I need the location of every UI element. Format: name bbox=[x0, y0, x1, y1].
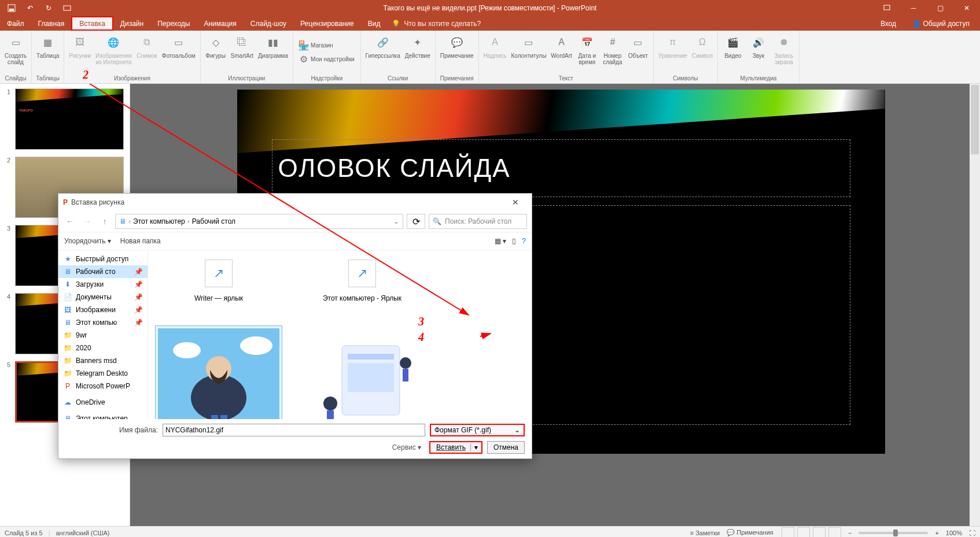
preview-pane-button[interactable]: ▯ bbox=[512, 237, 516, 245]
slideshow-view-button[interactable] bbox=[828, 527, 841, 538]
dialog-close-button[interactable]: ✕ bbox=[504, 194, 527, 210]
shapes-button[interactable]: ◇Фигуры bbox=[203, 32, 229, 60]
tree-folder-telegram[interactable]: 📁Telegram Deskto bbox=[58, 367, 148, 380]
tab-view[interactable]: Вид bbox=[361, 16, 388, 31]
pictures-button[interactable]: 🖼Рисунки bbox=[67, 32, 93, 60]
zoom-in-button[interactable]: + bbox=[935, 529, 938, 536]
new-folder-button[interactable]: Новая папка bbox=[120, 237, 161, 245]
wordart-button[interactable]: AWordArt bbox=[548, 32, 574, 60]
refresh-button[interactable]: ⟳ bbox=[407, 214, 425, 229]
sorter-view-button[interactable] bbox=[797, 527, 810, 538]
tree-msppt[interactable]: PMicrosoft PowerP bbox=[58, 380, 148, 392]
zoom-slider[interactable] bbox=[859, 532, 928, 534]
slide-number-button[interactable]: #Номер слайда bbox=[600, 32, 625, 66]
screen-recording-button[interactable]: ⏺Запись экрана bbox=[771, 32, 797, 66]
dialog-titlebar[interactable]: P Вставка рисунка ✕ bbox=[58, 194, 532, 211]
file-type-filter[interactable]: Формат GIF (*.gif) ⌄ bbox=[430, 424, 525, 436]
share-button[interactable]: 👤 Общий доступ bbox=[908, 20, 974, 28]
comment-button[interactable]: 💬Примечание bbox=[438, 32, 476, 60]
crumb-thispc[interactable]: Этот компьютер bbox=[133, 217, 185, 225]
tab-transitions[interactable]: Переходы bbox=[150, 16, 197, 31]
zoom-level[interactable]: 100% bbox=[946, 529, 962, 536]
undo-button[interactable]: ↶ bbox=[22, 1, 38, 15]
language-indicator[interactable]: английский (США) bbox=[56, 529, 110, 536]
file-item-writer[interactable]: ↗ Writer — ярлык bbox=[153, 255, 285, 302]
tab-home[interactable]: Главная bbox=[31, 16, 72, 31]
save-button[interactable] bbox=[3, 1, 20, 15]
fit-to-window-button[interactable]: ⛶ bbox=[969, 529, 975, 536]
insert-button[interactable]: Вставить ▾ bbox=[429, 441, 482, 454]
file-list[interactable]: ↗ Writer — ярлык ↗ Этот компьютер - Ярлы… bbox=[148, 250, 532, 419]
smartart-button[interactable]: ⿻SmartArt bbox=[229, 32, 256, 60]
file-item-gif2[interactable]: анализ.gif bbox=[296, 325, 428, 419]
search-box[interactable]: 🔍 Поиск: Рабочий стол bbox=[429, 214, 527, 229]
video-button[interactable]: 🎬Видео bbox=[720, 32, 746, 60]
folder-tree[interactable]: ★Быстрый доступ 🖥Рабочий сто📌 ⬇Загрузки📌… bbox=[58, 250, 148, 419]
reading-view-button[interactable] bbox=[813, 527, 826, 538]
minimize-button[interactable]: ─ bbox=[900, 0, 927, 16]
header-footer-button[interactable]: ▭Колонтитулы bbox=[509, 32, 548, 60]
title-placeholder[interactable]: ОЛОВОК СЛАЙДА bbox=[272, 139, 850, 197]
tree-folder-2020[interactable]: 📁2020 bbox=[58, 342, 148, 354]
table-button[interactable]: ▦Таблица bbox=[34, 32, 61, 60]
tell-me-search[interactable]: 💡 Что вы хотите сделать? bbox=[392, 16, 481, 31]
tab-review[interactable]: Рецензирование bbox=[293, 16, 361, 31]
maximize-button[interactable]: ▢ bbox=[927, 0, 953, 16]
hyperlink-button[interactable]: 🔗Гиперссылка bbox=[363, 32, 403, 60]
close-button[interactable]: ✕ bbox=[953, 0, 980, 16]
tab-file[interactable]: Файл bbox=[0, 16, 31, 31]
chart-button[interactable]: ▮▮Диаграмма bbox=[256, 32, 290, 60]
file-item-thispc[interactable]: ↗ Этот компьютер - Ярлык bbox=[296, 255, 428, 302]
crumb-desktop[interactable]: Рабочий стол bbox=[192, 217, 235, 225]
nav-back-button[interactable]: ← bbox=[63, 214, 77, 228]
file-item-gif1[interactable]: NYCGifathon12.gif bbox=[153, 325, 285, 419]
notes-button[interactable]: ≡ Заметки bbox=[690, 529, 720, 536]
textbox-button[interactable]: AНадпись bbox=[481, 32, 509, 60]
breadcrumb[interactable]: 🖥 › Этот компьютер › Рабочий стол ⌄ bbox=[115, 214, 403, 229]
service-button[interactable]: Сервис ▾ bbox=[392, 443, 421, 451]
organize-button[interactable]: Упорядочить ▾ bbox=[64, 237, 111, 245]
tree-downloads[interactable]: ⬇Загрузки📌 bbox=[58, 278, 148, 291]
start-from-beginning-button[interactable] bbox=[59, 1, 75, 15]
online-pictures-button[interactable]: 🌐Изображения из Интернета bbox=[93, 32, 134, 66]
tab-design[interactable]: Дизайн bbox=[113, 16, 150, 31]
action-button[interactable]: ✦Действие bbox=[403, 32, 433, 60]
zoom-out-button[interactable]: − bbox=[848, 529, 852, 536]
help-button[interactable]: ? bbox=[522, 237, 526, 245]
tree-folder-9wr[interactable]: 📁9wr bbox=[58, 329, 148, 342]
photo-album-button[interactable]: ▭Фотоальбом bbox=[160, 32, 198, 60]
tree-quick-access[interactable]: ★Быстрый доступ bbox=[58, 253, 148, 265]
tree-thispc[interactable]: 🖥Этот компью📌 bbox=[58, 316, 148, 329]
slide-thumbnail[interactable]: ТАКОГО bbox=[15, 88, 124, 150]
view-mode-button[interactable]: ▦ ▾ bbox=[495, 237, 506, 245]
new-slide-button[interactable]: ▭Создать слайд bbox=[2, 32, 29, 66]
cancel-button[interactable]: Отмена bbox=[487, 441, 525, 454]
datetime-button[interactable]: 📅Дата и время bbox=[574, 32, 600, 66]
nav-forward-button[interactable]: → bbox=[80, 214, 94, 228]
insert-dropdown-arrow[interactable]: ▾ bbox=[470, 443, 481, 451]
nav-up-button[interactable]: ↑ bbox=[98, 214, 112, 228]
filename-input[interactable] bbox=[163, 424, 425, 436]
my-addins-button[interactable]: ⚙Мои надстройки bbox=[296, 53, 358, 66]
tree-pictures[interactable]: 🖼Изображени📌 bbox=[58, 303, 148, 316]
tree-desktop[interactable]: 🖥Рабочий сто📌 bbox=[58, 265, 148, 278]
store-button[interactable]: 🏪Магазин bbox=[296, 39, 337, 53]
normal-view-button[interactable] bbox=[782, 527, 794, 538]
tab-animations[interactable]: Анимация bbox=[197, 16, 243, 31]
tab-slideshow[interactable]: Слайд-шоу bbox=[244, 16, 293, 31]
object-button[interactable]: ▭Объект bbox=[625, 32, 651, 60]
tab-insert[interactable]: Вставка bbox=[71, 16, 113, 31]
signin-button[interactable]: Вход bbox=[876, 20, 901, 28]
tree-thispc2[interactable]: 🖥Этот компьютер bbox=[58, 412, 148, 419]
tree-folder-banners[interactable]: 📁Banners msd bbox=[58, 354, 148, 367]
screenshot-button[interactable]: ⧉Снимок bbox=[134, 32, 160, 60]
symbol-button[interactable]: ΩСимвол bbox=[690, 32, 715, 60]
comments-button[interactable]: 💬 Примечания bbox=[727, 529, 773, 536]
slide-count[interactable]: Слайд 5 из 5 bbox=[5, 529, 43, 536]
redo-button[interactable]: ↻ bbox=[40, 1, 57, 15]
tree-documents[interactable]: 📄Документы📌 bbox=[58, 291, 148, 303]
ribbon-options-button[interactable] bbox=[874, 0, 900, 16]
audio-button[interactable]: 🔊Звук bbox=[746, 32, 771, 60]
tree-onedrive[interactable]: ☁OneDrive bbox=[58, 396, 148, 409]
vertical-scrollbar[interactable] bbox=[970, 84, 980, 526]
